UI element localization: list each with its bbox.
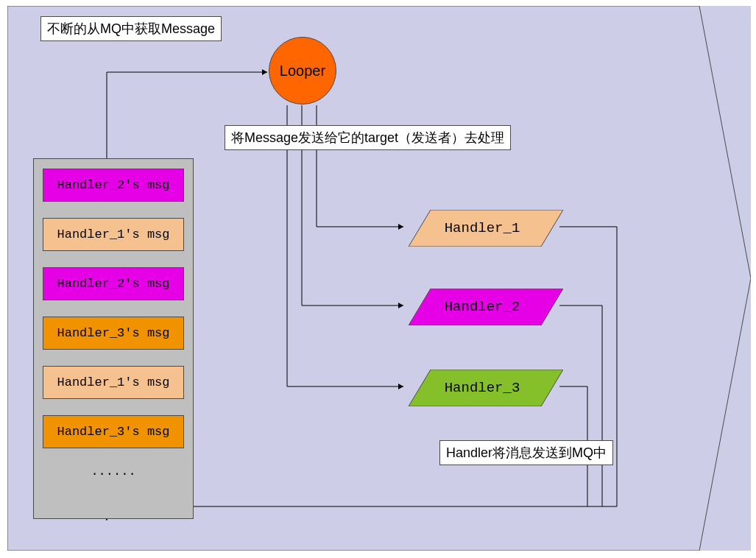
handler-1-node: Handler_1	[409, 210, 556, 247]
looper-node: Looper	[269, 37, 336, 105]
label-fetch-from-mq: 不断的从MQ中获取Message	[40, 16, 222, 41]
queue-item: Handler_2's msg	[43, 267, 184, 300]
handler-3-node: Handler_3	[409, 370, 556, 406]
queue-item: Handler_1's msg	[43, 366, 184, 399]
label-send-to-target: 将Message发送给它的target（发送者）去处理	[225, 125, 511, 150]
queue-item: Handler_2's msg	[43, 169, 184, 202]
label-handler-sends-to-mq: Handler将消息发送到MQ中	[439, 440, 613, 465]
handler-label: Handler_2	[409, 289, 556, 325]
queue-item: Handler_1's msg	[43, 218, 184, 251]
handler-label: Handler_1	[409, 210, 556, 247]
handler-label: Handler_3	[409, 370, 556, 406]
handler-2-node: Handler_2	[409, 289, 556, 325]
queue-item: Handler_3's msg	[43, 317, 184, 350]
message-queue: Handler_2's msg Handler_1's msg Handler_…	[33, 158, 194, 519]
queue-item: Handler_3's msg	[43, 415, 184, 448]
looper-label: Looper	[280, 63, 325, 80]
queue-ellipsis: ......	[43, 465, 184, 478]
